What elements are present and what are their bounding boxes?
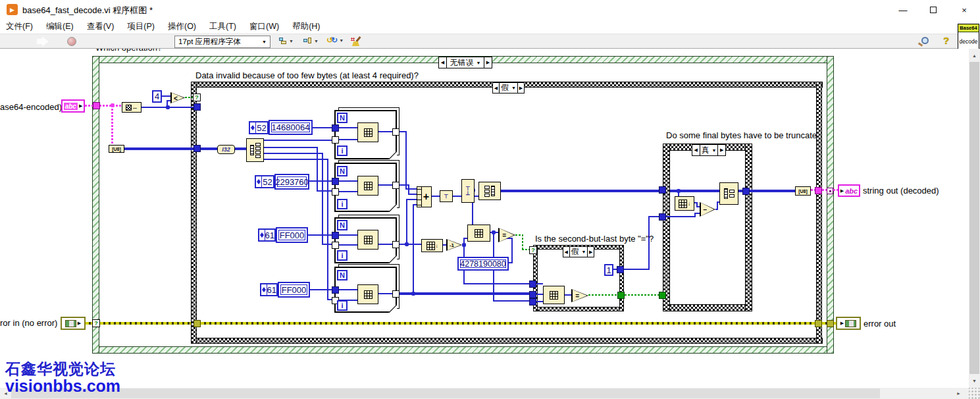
- next-case-icon[interactable]: ▶: [587, 247, 594, 257]
- wire: [405, 188, 417, 190]
- decimate-array-node[interactable]: [246, 138, 264, 162]
- menu-help[interactable]: 帮助(H): [292, 21, 320, 32]
- array-op-node[interactable]: [357, 284, 378, 304]
- scroll-right-button[interactable]: ►: [953, 388, 964, 399]
- index-array-node[interactable]: [543, 286, 565, 304]
- menu-operate[interactable]: 操作(O): [168, 21, 196, 32]
- u8-array-icon: [U8]: [112, 147, 121, 151]
- wire: [405, 131, 407, 189]
- constant-FF000-a[interactable]: FF000: [276, 227, 308, 243]
- align-objects-dropdown[interactable]: ▼: [278, 37, 294, 45]
- increment-decrement-icon[interactable]: [256, 176, 262, 187]
- array-op-node[interactable]: [357, 230, 378, 250]
- array-grid-icon: [364, 128, 373, 137]
- constant-FF000-b[interactable]: FF000: [278, 282, 310, 298]
- reorder-dropdown[interactable]: ↺ ↻ ▼: [326, 36, 344, 45]
- constant-value: 4: [155, 92, 159, 101]
- title-bar: ▶ base64_fast_decode.vi 程序框图 * — ×: [0, 0, 980, 20]
- tunnel: [529, 291, 536, 298]
- byte-array-to-string-node[interactable]: [U8]: [795, 186, 811, 196]
- error-out-terminal[interactable]: ▶: [836, 317, 861, 330]
- string-length-node[interactable]: ↔: [122, 102, 142, 113]
- increment-decrement-icon[interactable]: [250, 122, 256, 133]
- tunnel: [193, 103, 201, 111]
- swap-bytes-node[interactable]: ⊤: [440, 190, 453, 202]
- constant-52-b[interactable]: 52: [255, 175, 274, 188]
- chevron-down-icon: ▼: [339, 38, 344, 43]
- constant-14680064[interactable]: 14680064: [269, 120, 313, 135]
- font-selector[interactable]: 17pt 应用程序字体 ▼: [174, 36, 271, 48]
- abort-button[interactable]: [67, 37, 76, 46]
- next-case-icon[interactable]: ▶: [717, 145, 725, 155]
- array-op-node[interactable]: [357, 176, 378, 196]
- next-case-icon[interactable]: ▶: [484, 57, 492, 68]
- close-button[interactable]: ×: [948, 0, 980, 20]
- resize-grip[interactable]: [969, 388, 980, 399]
- menu-project[interactable]: 项目(P): [127, 21, 155, 32]
- tunnel: [392, 290, 400, 298]
- decrement-node[interactable]: -1: [446, 239, 462, 251]
- increment-decrement-icon[interactable]: [259, 230, 265, 240]
- wire: [833, 189, 838, 191]
- question-icon: ?: [94, 320, 98, 327]
- case-selector-outer[interactable]: ◀ 无错误▼ ▶: [438, 57, 492, 68]
- constant-52-a[interactable]: 52: [249, 121, 269, 134]
- menu-tools[interactable]: 工具(T): [209, 21, 236, 32]
- prev-case-icon[interactable]: ◀: [439, 57, 447, 68]
- menu-file[interactable]: 文件(F): [6, 21, 33, 32]
- less-than-node[interactable]: <: [170, 92, 185, 103]
- error-in-terminal[interactable]: ▶: [61, 317, 86, 330]
- prev-case-icon[interactable]: ◀: [563, 247, 570, 257]
- string-out-terminal[interactable]: ▶ abc: [838, 184, 860, 197]
- maximize-button[interactable]: [918, 0, 948, 20]
- prev-case-icon[interactable]: ◀: [493, 83, 500, 93]
- array-op-node[interactable]: [357, 122, 378, 142]
- u8-array-icon: [U8]: [798, 189, 808, 194]
- menu-edit[interactable]: 编辑(E): [46, 21, 74, 32]
- split-array-node[interactable]: [719, 182, 738, 205]
- wire: [235, 147, 246, 150]
- case-selector-right[interactable]: ◀ 真▼ ▶: [692, 144, 726, 156]
- index-array-node[interactable]: [467, 225, 490, 242]
- equals-node[interactable]: =: [498, 228, 515, 242]
- constant-4278190080[interactable]: 4278190080: [457, 257, 509, 271]
- string-in-terminal[interactable]: abc ▶: [61, 99, 85, 113]
- search-icon[interactable]: [921, 37, 929, 44]
- scroll-up-button[interactable]: ▲: [969, 50, 980, 61]
- constant-4[interactable]: 4: [152, 90, 162, 103]
- vertical-scrollbar-thumb[interactable]: [969, 62, 979, 374]
- constant-2293760[interactable]: 2293760: [274, 174, 309, 190]
- constant-61-a[interactable]: 61: [258, 228, 276, 242]
- inner-case-border-left: [191, 82, 197, 344]
- scroll-down-button[interactable]: ▼: [969, 375, 980, 386]
- distribute-objects-dropdown[interactable]: ▼: [303, 37, 319, 45]
- interleave-arrays-node[interactable]: [478, 182, 501, 200]
- swap-words-node[interactable]: ⊤⊥: [461, 179, 475, 203]
- toolbar: [0, 34, 980, 49]
- compound-arithmetic-add-node[interactable]: +: [417, 186, 432, 207]
- wire-junction: [462, 243, 466, 247]
- menu-view[interactable]: 查看(V): [87, 21, 115, 32]
- tunnel: [617, 266, 624, 273]
- case-label-small: 假: [571, 246, 579, 257]
- case-selector-inner[interactable]: ◀ 假▼ ▶: [492, 82, 525, 93]
- array-size-node[interactable]: ↓: [421, 239, 443, 252]
- minimize-button[interactable]: —: [888, 0, 918, 20]
- increment-decrement-icon[interactable]: [261, 284, 267, 295]
- array-size-node[interactable]: ↓: [675, 196, 694, 211]
- equals-node[interactable]: =: [571, 289, 588, 302]
- string-to-byte-array-node[interactable]: [U8]: [109, 145, 124, 153]
- case-selector-small[interactable]: ◀ 假▼ ▶: [563, 246, 594, 257]
- vi-icon[interactable]: Base64 decode: [958, 24, 979, 51]
- wire: [309, 180, 332, 182]
- to-i32-conversion-node[interactable]: I32: [217, 145, 235, 154]
- horizontal-scrollbar-thumb[interactable]: [11, 388, 880, 398]
- constant-1[interactable]: 1: [604, 264, 613, 276]
- cleanup-diagram-button[interactable]: [351, 36, 363, 47]
- help-button[interactable]: ?: [943, 35, 949, 46]
- next-case-icon[interactable]: ▶: [517, 83, 524, 93]
- prev-case-icon[interactable]: ◀: [692, 145, 700, 155]
- subtract-node[interactable]: −: [700, 202, 715, 217]
- constant-61-b[interactable]: 61: [260, 283, 278, 296]
- menu-window[interactable]: 窗口(W): [249, 21, 279, 32]
